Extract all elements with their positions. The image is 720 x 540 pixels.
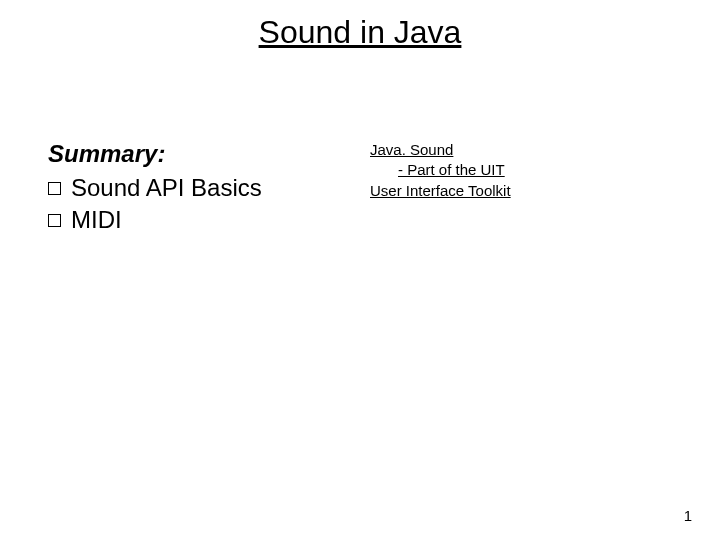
bullet-text: Sound API Basics	[71, 172, 262, 204]
list-item: MIDI	[48, 204, 348, 236]
list-item: Sound API Basics	[48, 172, 348, 204]
bullet-text: MIDI	[71, 204, 122, 236]
slide: Sound in Java Summary: Sound API Basics …	[0, 0, 720, 540]
bullet-square-icon	[48, 214, 61, 227]
bullet-square-icon	[48, 182, 61, 195]
note-line: User Interface Toolkit	[370, 181, 670, 201]
note-line: - Part of the UIT	[370, 160, 670, 180]
summary-heading: Summary:	[48, 140, 348, 168]
page-number: 1	[684, 507, 692, 524]
slide-title: Sound in Java	[0, 14, 720, 51]
summary-column: Summary: Sound API Basics MIDI	[48, 140, 348, 237]
note-line: Java. Sound	[370, 140, 670, 160]
notes-column: Java. Sound - Part of the UIT User Inter…	[370, 140, 670, 201]
